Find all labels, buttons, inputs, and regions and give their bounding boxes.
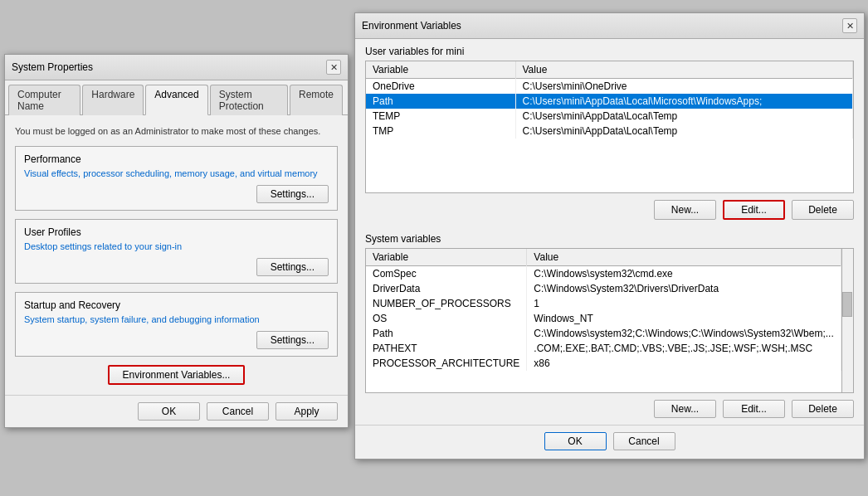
env-vars-titlebar: Environment Variables ✕ (355, 13, 864, 39)
env-vars-title: Environment Variables (362, 20, 461, 32)
system-props-bottom-buttons: OK Cancel Apply (5, 395, 348, 427)
sys-vars-scrollbar-thumb[interactable] (842, 292, 852, 317)
system-properties-titlebar: System Properties ✕ (5, 55, 348, 80)
sys-var-cell-comspec-value: C:\Windows\system32\cmd.exe (527, 266, 841, 282)
sys-var-row-os[interactable]: OS Windows_NT (366, 311, 841, 326)
sys-vars-new-button[interactable]: New... (654, 400, 716, 418)
user-var-cell-tmp-name: TMP (366, 124, 515, 139)
tab-advanced[interactable]: Advanced (145, 85, 207, 115)
env-vars-ok-button[interactable]: OK (544, 432, 607, 450)
sys-var-cell-pathext-value: .COM;.EXE;.BAT;.CMD;.VBS;.VBE;.JS;.JSE;.… (527, 341, 841, 356)
sys-vars-buttons: New... Edit... Delete (355, 393, 864, 425)
user-var-cell-temp-value: C:\Users\mini\AppData\Local\Temp (515, 109, 853, 124)
user-var-col-variable: Variable (366, 61, 515, 79)
startup-recovery-section: Startup and Recovery System startup, sys… (15, 292, 338, 357)
sys-var-cell-pathext-name: PATHEXT (366, 341, 527, 356)
advanced-tab-content: You must be logged on as an Administrato… (5, 115, 348, 395)
system-properties-close-button[interactable]: ✕ (326, 60, 341, 75)
sys-var-row-comspec[interactable]: ComSpec C:\Windows\system32\cmd.exe (366, 266, 841, 282)
user-profiles-title: User Profiles (24, 226, 329, 238)
sys-vars-table-container: Variable Value ComSpec C:\Windows\system… (365, 248, 854, 393)
user-vars-label: User variables for mini (355, 39, 864, 61)
user-var-cell-tmp-value: C:\Users\mini\AppData\Local\Temp (515, 124, 853, 139)
user-var-row-tmp[interactable]: TMP C:\Users\mini\AppData\Local\Temp (366, 124, 853, 139)
system-props-ok-button[interactable]: OK (138, 402, 200, 421)
user-var-row-onedrive[interactable]: OneDrive C:\Users\mini\OneDrive (366, 79, 853, 95)
sys-var-col-value: Value (527, 249, 841, 266)
user-var-cell-path-name: Path (366, 94, 515, 109)
system-properties-title: System Properties (12, 61, 93, 73)
user-profiles-section: User Profiles Desktop settings related t… (15, 219, 338, 284)
sys-var-cell-nop-name: NUMBER_OF_PROCESSORS (366, 296, 527, 311)
sys-vars-delete-button[interactable]: Delete (792, 400, 854, 418)
tab-computer-name[interactable]: Computer Name (8, 85, 80, 115)
user-profiles-desc: Desktop settings related to your sign-in (24, 241, 329, 251)
sys-var-row-driverdata[interactable]: DriverData C:\Windows\System32\Drivers\D… (366, 281, 841, 296)
user-profiles-settings-button[interactable]: Settings... (256, 258, 329, 276)
user-vars-new-button[interactable]: New... (654, 200, 716, 220)
tab-remote[interactable]: Remote (290, 85, 343, 115)
sys-var-cell-os-name: OS (366, 311, 527, 326)
environment-variables-dialog: Environment Variables ✕ User variables f… (354, 12, 865, 460)
user-vars-table: Variable Value OneDrive C:\Users\mini\On… (366, 61, 853, 139)
sys-var-cell-proc-arch-name: PROCESSOR_ARCHITECTURE (366, 356, 527, 371)
sys-var-col-variable: Variable (366, 249, 527, 266)
tab-hardware[interactable]: Hardware (82, 85, 144, 115)
sys-vars-scrollbar[interactable] (841, 249, 853, 392)
user-var-cell-onedrive-name: OneDrive (366, 79, 515, 95)
sys-var-cell-driverdata-value: C:\Windows\System32\Drivers\DriverData (527, 281, 841, 296)
env-vars-cancel-button[interactable]: Cancel (613, 432, 675, 450)
performance-title: Performance (24, 153, 329, 165)
startup-recovery-desc: System startup, system failure, and debu… (24, 314, 329, 324)
environment-variables-button[interactable]: Environment Variables... (108, 365, 246, 385)
system-properties-dialog: System Properties ✕ Computer Name Hardwa… (4, 54, 349, 428)
performance-settings-button[interactable]: Settings... (256, 185, 329, 203)
user-var-col-value: Value (515, 61, 853, 79)
user-var-cell-temp-name: TEMP (366, 109, 515, 124)
sys-var-cell-comspec-name: ComSpec (366, 266, 527, 282)
sys-var-cell-proc-arch-value: x86 (527, 356, 841, 371)
performance-desc: Visual effects, processor scheduling, me… (24, 168, 329, 178)
user-var-row-path[interactable]: Path C:\Users\mini\AppData\Local\Microso… (366, 94, 853, 109)
sys-var-row-pathext[interactable]: PATHEXT .COM;.EXE;.BAT;.CMD;.VBS;.VBE;.J… (366, 341, 841, 356)
system-props-cancel-button[interactable]: Cancel (207, 402, 269, 421)
user-vars-table-container: Variable Value OneDrive C:\Users\mini\On… (365, 61, 854, 193)
sys-var-cell-path-name: Path (366, 326, 527, 341)
startup-recovery-title: Startup and Recovery (24, 299, 329, 311)
admin-info-text: You must be logged on as an Administrato… (15, 125, 338, 138)
startup-recovery-settings-button[interactable]: Settings... (256, 331, 329, 349)
performance-section: Performance Visual effects, processor sc… (15, 146, 338, 211)
sys-vars-table: Variable Value ComSpec C:\Windows\system… (366, 249, 841, 371)
user-var-cell-onedrive-value: C:\Users\mini\OneDrive (515, 79, 853, 95)
sys-vars-edit-button[interactable]: Edit... (723, 400, 785, 418)
sys-var-row-proc-arch[interactable]: PROCESSOR_ARCHITECTURE x86 (366, 356, 841, 371)
sys-var-row-nop[interactable]: NUMBER_OF_PROCESSORS 1 (366, 296, 841, 311)
env-vars-bottom-buttons: OK Cancel (355, 425, 864, 459)
user-vars-buttons: New... Edit... Delete (355, 193, 864, 226)
tabs-bar: Computer Name Hardware Advanced System P… (5, 80, 348, 115)
sys-vars-label: System variables (355, 226, 864, 248)
user-vars-edit-button[interactable]: Edit... (723, 200, 785, 220)
system-props-apply-button[interactable]: Apply (276, 402, 338, 421)
sys-var-row-path[interactable]: Path C:\Windows\system32;C:\Windows;C:\W… (366, 326, 841, 341)
user-vars-delete-button[interactable]: Delete (792, 200, 854, 220)
user-var-row-temp[interactable]: TEMP C:\Users\mini\AppData\Local\Temp (366, 109, 853, 124)
sys-var-cell-nop-value: 1 (527, 296, 841, 311)
tab-system-protection[interactable]: System Protection (210, 85, 288, 115)
env-vars-close-button[interactable]: ✕ (842, 18, 857, 33)
user-var-cell-path-value: C:\Users\mini\AppData\Local\Microsoft\Wi… (515, 94, 853, 109)
sys-var-cell-os-value: Windows_NT (527, 311, 841, 326)
sys-var-cell-path-value: C:\Windows\system32;C:\Windows;C:\Window… (527, 326, 841, 341)
sys-var-cell-driverdata-name: DriverData (366, 281, 527, 296)
